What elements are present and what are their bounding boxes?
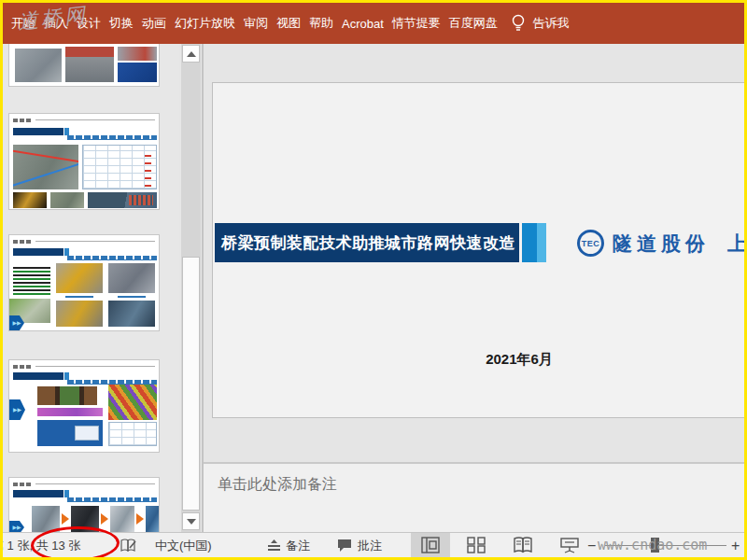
- thumbnail-scrollbar[interactable]: [181, 44, 201, 532]
- thumbnail-photo: [13, 192, 47, 208]
- menu-tab-acrobat[interactable]: Acrobat: [341, 13, 385, 35]
- menu-tab-baidu-netdisk[interactable]: 百度网盘: [448, 11, 499, 35]
- notes-toggle-button[interactable]: 备注: [286, 538, 310, 554]
- ribbon-menu-bar: 开始 插入 设计 切换 动画 幻灯片放映 审阅 视图 帮助 Acrobat 情节…: [3, 3, 744, 44]
- logo-company-text: 隧道股份: [613, 231, 710, 257]
- logo-suffix-text: 上海: [727, 231, 744, 257]
- menu-tab-storyboard[interactable]: 情节提要: [391, 11, 442, 35]
- thumbnail-header: [13, 239, 155, 244]
- slide-thumbnail[interactable]: ▶▶: [8, 234, 160, 331]
- thumbnail-3d-model: [37, 386, 97, 405]
- arrow-down-icon: [187, 519, 196, 525]
- thumbnail-photo: [108, 301, 155, 327]
- scrollbar-down-button[interactable]: [182, 512, 200, 530]
- thumbnail-arrow-shape: ▶▶: [9, 521, 24, 532]
- slide-thumbnail-panel: ▶▶ ▶▶ ▶▶: [3, 44, 179, 532]
- slideshow-view-button[interactable]: [550, 533, 589, 557]
- thumbnail-title-bar: [13, 248, 63, 256]
- menu-tab-view[interactable]: 视图: [275, 11, 302, 35]
- slide-sorter-view-button[interactable]: [457, 533, 496, 557]
- normal-view-icon: [421, 537, 440, 553]
- thumbnail-subtitle: [67, 256, 157, 260]
- thumbnail-flow-arrow: [136, 513, 144, 525]
- thumbnail-3d-model: [37, 408, 103, 416]
- thumbnail-flow-arrow: [62, 513, 69, 525]
- notes-placeholder: 单击此处添加备注: [218, 475, 337, 495]
- menu-tab-animations[interactable]: 动画: [141, 11, 167, 35]
- thumbnail-photo: [118, 63, 157, 82]
- language-indicator[interactable]: 中文(中国): [155, 538, 212, 554]
- slide-thumbnail[interactable]: [8, 44, 160, 87]
- slide-thumbnail[interactable]: ▶▶: [8, 359, 160, 453]
- thumbnail-photo: [50, 192, 84, 208]
- slideshow-icon: [560, 537, 579, 553]
- thumbnail-photo: [146, 506, 159, 532]
- menu-tab-review[interactable]: 审阅: [243, 11, 269, 35]
- menu-tab-insert[interactable]: 插入: [43, 11, 69, 35]
- scrollbar-up-button[interactable]: [182, 45, 200, 63]
- thumbnail-flow-arrow: [101, 513, 108, 525]
- slide-title-banner[interactable]: 桥梁预制装配技术助推城市路网快速改造: [215, 223, 519, 262]
- thumbnail-table: [108, 422, 157, 446]
- thumbnail-screenshot: [37, 420, 103, 446]
- lightbulb-icon: [511, 13, 526, 34]
- thumbnail-header: [13, 482, 155, 486]
- slide-editing-area: 桥梁预制装配技术助推城市路网快速改造 TEC 隧道股份 上海 2021年6月: [204, 44, 744, 462]
- normal-view-button[interactable]: [411, 533, 450, 557]
- slide-title-text: 桥梁预制装配技术助推城市路网快速改造: [215, 232, 515, 254]
- scrollbar-thumb[interactable]: [182, 257, 200, 511]
- menu-tab-help[interactable]: 帮助: [308, 11, 334, 35]
- menu-tell-me[interactable]: 告诉我: [532, 11, 571, 35]
- zoom-in-button[interactable]: +: [731, 538, 740, 554]
- thumbnail-text-block: [13, 265, 50, 295]
- thumbnail-photo: [88, 192, 157, 208]
- thumbnail-subtitle: [67, 497, 157, 502]
- status-bar: 第 1 张, 共 13 张 中文(中国) 备注 批注: [3, 532, 744, 557]
- zoom-slider-thumb[interactable]: [651, 538, 659, 553]
- thumbnail-subtitle: [67, 135, 157, 140]
- slide-thumbnail[interactable]: [8, 113, 160, 210]
- notes-icon: [267, 539, 281, 552]
- thumbnail-photo: [110, 506, 134, 532]
- slide-sorter-icon: [467, 537, 486, 553]
- thumbnail-map-photo: [13, 145, 78, 189]
- reading-view-button[interactable]: [503, 533, 543, 557]
- zoom-slider-track[interactable]: [605, 545, 726, 546]
- thumbnail-heatmap: [108, 385, 157, 420]
- comments-icon: [337, 539, 352, 553]
- thumbnail-header: [13, 118, 155, 122]
- arrow-up-icon: [187, 51, 196, 57]
- menu-tab-home[interactable]: 开始: [10, 11, 36, 35]
- notes-pane[interactable]: 单击此处添加备注: [204, 464, 744, 532]
- thumbnail-photo: [65, 47, 114, 82]
- reading-view-icon: [513, 537, 533, 553]
- thumbnail-title-bar: [13, 372, 63, 380]
- thumbnail-photo: [32, 506, 60, 532]
- thumbnail-title-bar: [13, 490, 63, 497]
- thumbnail-photo: [108, 263, 155, 293]
- thumbnail-photo: [118, 47, 157, 61]
- slide-thumbnail[interactable]: ▶▶: [8, 477, 160, 532]
- menu-tab-slideshow[interactable]: 幻灯片放映: [174, 11, 236, 35]
- zoom-out-button[interactable]: −: [587, 538, 596, 554]
- slide-counter: 第 1 张, 共 13 张: [0, 538, 80, 554]
- thumbnail-title-bar: [13, 128, 63, 135]
- thumbnail-photo: [56, 263, 103, 293]
- menu-tab-design[interactable]: 设计: [76, 11, 102, 35]
- spellcheck-icon[interactable]: [120, 539, 137, 553]
- thumbnail-arrow-shape: ▶▶: [9, 399, 25, 420]
- thumbnail-photo: [15, 49, 62, 82]
- banner-accent-block: [522, 223, 546, 262]
- thumbnail-header: [13, 364, 155, 369]
- company-logo: TEC 隧道股份 上海: [577, 230, 744, 257]
- menu-tab-transitions[interactable]: 切换: [108, 11, 134, 35]
- tec-logo-icon: TEC: [577, 230, 604, 257]
- thumbnail-photo: [71, 506, 99, 532]
- thumbnail-photo: [56, 301, 103, 327]
- comments-toggle-button[interactable]: 批注: [358, 538, 382, 554]
- thumbnail-table: [82, 145, 157, 189]
- current-slide[interactable]: 桥梁预制装配技术助推城市路网快速改造 TEC 隧道股份 上海 2021年6月: [212, 82, 744, 418]
- slide-date-text[interactable]: 2021年6月: [463, 351, 575, 369]
